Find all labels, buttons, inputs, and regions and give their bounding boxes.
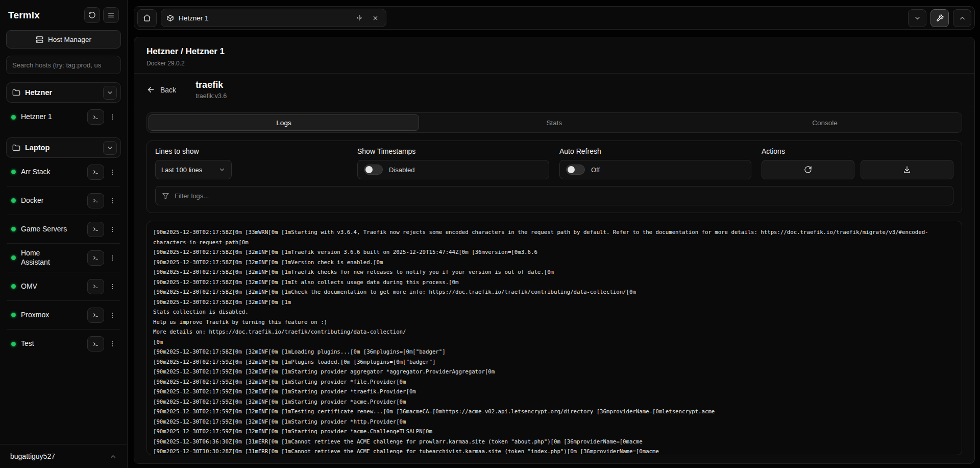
download-logs-button[interactable] bbox=[861, 160, 953, 179]
host-item[interactable]: Hetzner 1 bbox=[7, 103, 120, 131]
container-image: traefik:v3.6 bbox=[195, 92, 227, 100]
kebab-menu-icon bbox=[109, 197, 116, 204]
home-button[interactable] bbox=[137, 9, 157, 27]
user-footer[interactable]: bugattiguy527 bbox=[0, 444, 127, 468]
open-terminal-button[interactable] bbox=[87, 250, 104, 266]
host-item[interactable]: OMV bbox=[7, 272, 120, 301]
lines-select[interactable]: Last 100 lines bbox=[155, 160, 232, 179]
panel-header: Hetzner / Hetzner 1 Docker 29.0.2 bbox=[134, 37, 974, 73]
refresh-logs-button[interactable] bbox=[762, 160, 854, 179]
back-label: Back bbox=[160, 86, 176, 94]
filter-input[interactable] bbox=[175, 192, 947, 200]
reset-button[interactable] bbox=[84, 7, 100, 23]
menu-button[interactable] bbox=[103, 7, 119, 23]
open-terminal-button[interactable] bbox=[87, 165, 104, 180]
main-panel: Hetzner / Hetzner 1 Docker 29.0.2 Back t… bbox=[134, 37, 975, 464]
log-line: [90m2025-12-30T02:17:58Z[0m [32mINF[0m [… bbox=[153, 287, 955, 297]
host-menu-button[interactable] bbox=[106, 336, 119, 352]
close-icon bbox=[372, 15, 379, 21]
kebab-menu-icon bbox=[109, 169, 116, 176]
view-tabs: LogsStatsConsole bbox=[146, 112, 962, 133]
tab-console[interactable]: Console bbox=[690, 114, 960, 131]
sidebar-header: Termix bbox=[6, 5, 121, 30]
timestamps-state: Disabled bbox=[389, 166, 415, 174]
open-terminal-button[interactable] bbox=[87, 109, 104, 125]
split-view-button[interactable] bbox=[354, 12, 365, 24]
group-collapse-button[interactable] bbox=[103, 86, 117, 100]
host-item[interactable]: Arr Stack bbox=[7, 158, 120, 186]
kebab-menu-icon bbox=[109, 340, 116, 347]
log-line: [90m2025-12-30T06:36:30Z[0m [31mERR[0m [… bbox=[153, 437, 955, 447]
chevron-down-icon bbox=[107, 89, 113, 96]
log-line: Stats collection is disabled. bbox=[153, 307, 955, 317]
username: bugattiguy527 bbox=[10, 452, 55, 460]
reset-icon bbox=[88, 11, 96, 19]
open-terminal-button[interactable] bbox=[87, 193, 104, 208]
autorefresh-label: Auto Refresh bbox=[559, 147, 751, 155]
panel-expand-button[interactable] bbox=[953, 9, 971, 27]
terminal-tab[interactable]: Hetzner 1 bbox=[161, 9, 386, 27]
host-menu-button[interactable] bbox=[106, 165, 119, 180]
host-label: Hetzner 1 bbox=[21, 112, 52, 122]
log-line: [90m2025-12-30T02:17:58Z[0m [33mWRN[0m [… bbox=[153, 227, 955, 247]
group-header[interactable]: Laptop bbox=[6, 137, 121, 158]
actions-control: Actions bbox=[762, 147, 953, 179]
log-output[interactable]: [90m2025-12-30T02:17:58Z[0m [33mWRN[0m [… bbox=[146, 221, 962, 455]
log-line: [90m2025-12-30T02:17:59Z[0m [32mINF[0m [… bbox=[153, 427, 955, 437]
autorefresh-control: Auto Refresh Off bbox=[559, 147, 751, 179]
host-menu-button[interactable] bbox=[106, 250, 119, 266]
tab-logs[interactable]: Logs bbox=[149, 114, 419, 131]
wrench-icon bbox=[936, 14, 944, 22]
breadcrumb: Hetzner / Hetzner 1 bbox=[146, 46, 962, 57]
tools-button[interactable] bbox=[930, 9, 949, 27]
host-menu-button[interactable] bbox=[106, 222, 119, 237]
host-manager-label: Host Manager bbox=[48, 36, 91, 43]
log-line: [90m2025-12-30T02:17:58Z[0m [32mINF[0m [… bbox=[153, 297, 955, 308]
log-line: [90m2025-12-30T02:17:58Z[0m [32mINF[0m [… bbox=[153, 258, 955, 268]
timestamps-toggle[interactable] bbox=[364, 165, 383, 175]
host-menu-button[interactable] bbox=[106, 109, 119, 125]
panel-collapse-button[interactable] bbox=[908, 9, 926, 27]
terminal-tab-label: Hetzner 1 bbox=[179, 14, 209, 22]
search-input[interactable] bbox=[6, 56, 121, 74]
group-collapse-button[interactable] bbox=[103, 141, 117, 155]
group-label: Hetzner bbox=[25, 88, 52, 97]
download-icon bbox=[903, 166, 911, 174]
status-dot bbox=[11, 255, 16, 260]
open-terminal-button[interactable] bbox=[87, 336, 104, 352]
container-name: traefik bbox=[195, 80, 227, 90]
open-terminal-button[interactable] bbox=[87, 279, 104, 294]
chevron-down-icon bbox=[107, 145, 113, 151]
host-item[interactable]: Proxmox bbox=[7, 301, 120, 330]
group-header[interactable]: Hetzner bbox=[6, 82, 121, 103]
container-header: Back traefik traefik:v3.6 bbox=[134, 74, 974, 106]
app-title: Termix bbox=[8, 10, 40, 21]
kebab-menu-icon bbox=[109, 312, 116, 319]
log-line: [90m2025-12-30T02:17:58Z[0m [32mINF[0m [… bbox=[153, 347, 955, 357]
host-manager-button[interactable]: Host Manager bbox=[6, 30, 121, 49]
host-menu-button[interactable] bbox=[106, 279, 119, 294]
open-terminal-button[interactable] bbox=[87, 308, 104, 323]
host-item[interactable]: Game Servers bbox=[7, 215, 120, 244]
split-view-icon bbox=[356, 14, 363, 21]
status-dot bbox=[11, 198, 16, 203]
close-tab-button[interactable] bbox=[370, 12, 381, 24]
status-dot bbox=[11, 284, 16, 289]
lines-control: Lines to show Last 100 lines bbox=[155, 147, 347, 179]
tab-stats[interactable]: Stats bbox=[419, 114, 690, 131]
actions-label: Actions bbox=[762, 147, 953, 155]
autorefresh-toggle[interactable] bbox=[566, 165, 585, 175]
host-menu-button[interactable] bbox=[106, 193, 119, 208]
open-terminal-button[interactable] bbox=[87, 222, 104, 237]
docker-version: Docker 29.0.2 bbox=[146, 60, 962, 67]
log-line: [90m2025-12-30T02:17:59Z[0m [32mINF[0m [… bbox=[153, 387, 955, 397]
host-label: Test bbox=[21, 339, 34, 348]
log-line: [90m2025-12-30T02:17:58Z[0m [32mINF[0m [… bbox=[153, 267, 955, 277]
host-item[interactable]: Docker bbox=[7, 186, 120, 215]
back-button[interactable]: Back bbox=[146, 85, 176, 94]
host-item[interactable]: Home Assistant bbox=[7, 244, 120, 272]
host-label: Game Servers bbox=[21, 225, 67, 234]
container-info: traefik traefik:v3.6 bbox=[195, 80, 227, 100]
host-item[interactable]: Test bbox=[7, 330, 120, 358]
host-menu-button[interactable] bbox=[106, 308, 119, 323]
